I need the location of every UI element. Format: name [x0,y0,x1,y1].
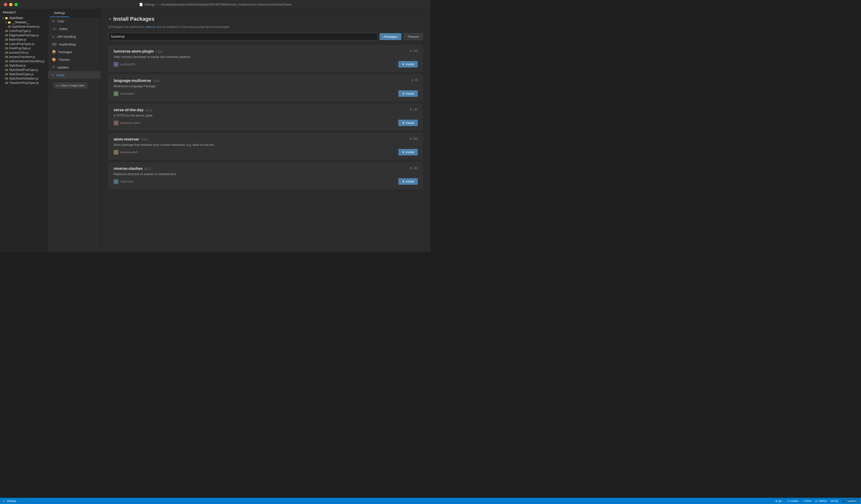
install-icon: + [52,73,54,77]
card-header: luniverse-atom-plugin 1.0.4 ⬆ 129 [114,49,418,54]
minimize-button[interactable] [9,3,13,6]
install-button-luniverse[interactable]: ⬇ Install [398,61,418,68]
install-button-atom-reverser[interactable]: ⬇ Install [398,149,418,155]
editor-icon: ◁▷ [52,27,57,31]
tree-item-stylesheet-flowtest[interactable]: JS StyleSheet-flowtest.js [0,25,48,29]
js-file-icon: JS [5,47,8,50]
nav-item-label: URI Handling [57,35,76,38]
open-config-folder-button[interactable]: ⎋ ⎋ Open Config Folder [54,83,87,88]
package-version: 1.0.3 [153,79,160,83]
tree-item-setnormalized[interactable]: JS setNormalizedColorAlpha.js [0,59,48,64]
star-icon: ⬆ [410,137,412,140]
settings-area: Settings ⚙ Core ◁▷ Editor ◎ URI Handling… [48,9,430,252]
main-layout: Project ▼ 📁 StyleSheet ▼ 📁 __flowtests__… [0,9,430,252]
js-file-icon: JS [8,25,11,28]
tree-item-processcolor[interactable]: JS processColor.js [0,51,48,55]
sidebar-item-uri-handling[interactable]: ◎ URI Handling [48,33,101,40]
packages-tab-button[interactable]: Packages [380,33,401,40]
author-row: M mark-hahn [114,179,134,184]
window-title: Settings — ~/Desktop/development/blockch… [145,3,291,6]
package-description: Multiverse Language Package [114,84,418,88]
tree-item-processtransform[interactable]: JS processTransform.js [0,55,48,59]
package-name: atom-reverser [114,137,139,141]
maximize-button[interactable] [14,3,18,6]
tree-item-flowtests[interactable]: ▼ 📁 __flowtests__ [0,20,48,25]
folder-icon: 📁 [5,17,8,20]
js-file-icon: JS [5,64,8,67]
tree-item-stylesheetproptype[interactable]: JS StyleSheetPropType.js [0,68,48,72]
star-icon: ⬆ [411,79,414,82]
sidebar-item-keybindings[interactable]: ⌨ Keybindings [48,40,101,48]
themes-tab-button[interactable]: Themes [404,33,423,40]
search-input[interactable] [109,33,378,40]
star-icon: ⬆ [410,166,412,170]
star-count: 181 [413,166,418,170]
nav-item-label: Editor [59,27,68,31]
package-version: 1.0.4 [156,50,162,53]
download-icon: ⬇ [402,121,405,125]
package-version: 0.1.0 [145,109,152,112]
download-icon: ⬇ [402,151,405,154]
tree-item-stylesheetvalidation[interactable]: JS StyleSheetValidation.js [0,77,48,81]
search-row: Packages Themes [109,33,423,40]
sidebar-item-install[interactable]: + Install [48,71,101,79]
info-icon: ℹ [109,25,110,29]
author-row: D drewctaylor [114,91,135,96]
sidebar-item-updates[interactable]: ↺ Updates [48,64,101,71]
author-name: mark-hahn [120,180,134,183]
author-row: S severinkaderli [114,150,138,155]
package-description: Help contract developer to easily use lu… [114,55,418,59]
tree-item-edgeinsets[interactable]: JS EdgeInsetsPropType.js [0,33,48,38]
install-button-language-multiverse[interactable]: ⬇ Install [398,90,418,97]
sidebar-item-themes[interactable]: 🎨 Themes [48,56,101,64]
file-icon: 📄 [139,3,143,6]
tree-item-label: StyleSheet-flowtest.js [12,25,39,28]
js-file-icon: JS [5,29,8,32]
info-text2: and are installed to /Users/jang-yunjeon… [156,25,230,29]
tree-item-stylesheet-js[interactable]: JS StyleSheet.js [0,64,48,68]
tree-item-transformproptypes[interactable]: JS TransformPropTypes.js [0,81,48,85]
card-header: language-multiverse 1.0.3 ⬆ 26 [114,79,418,83]
js-file-icon: JS [5,73,8,76]
tree-item-label: StyleSheetPropType.js [9,68,38,72]
atom-io-link[interactable]: atom.io [146,25,155,29]
star-count: 26 [415,79,418,82]
avatar: D [114,91,119,96]
card-footer: D drewctaylor ⬇ Install [114,90,418,97]
card-header: verse-of-the-day 0.1.0 ⬆ 142 [114,108,418,112]
tree-item-stylesheettypes[interactable]: JS StyleSheetTypes.js [0,72,48,77]
card-title-row: language-multiverse 1.0.3 [114,79,159,83]
sidebar-item-editor[interactable]: ◁▷ Editor [48,25,101,33]
settings-nav: Settings ⚙ Core ◁▷ Editor ◎ URI Handling… [48,9,101,252]
tree-item-colorproptype[interactable]: JS ColorPropType.js [0,29,48,33]
author-name: drewctaylor [120,92,135,95]
package-stars: ⬆ 181 [410,166,418,170]
tree-item-label: __flowtests__ [12,21,29,24]
author-row: λ Lambda256 [114,62,135,67]
tree-item-label: processColor.js [9,51,29,54]
sidebar-item-core[interactable]: ⚙ Core [48,17,101,25]
tree-item-pointproptype[interactable]: JS PointPropType.js [0,46,48,51]
install-button-reverse-slashes[interactable]: ⬇ Install [398,178,418,185]
open-config-label: ⎋ Open Config Folder [59,84,85,87]
card-footer: J joehannes-atom ⬇ Install [114,120,418,126]
package-stars: ⬆ 129 [410,49,418,53]
install-button-verse[interactable]: ⬇ Install [398,120,418,126]
close-button[interactable] [4,3,7,6]
tree-item-stylesheet-root[interactable]: ▼ 📁 StyleSheet [0,16,48,20]
star-icon: ⬆ [410,49,412,53]
tab-bar: Settings [48,9,101,17]
nav-item-label: Themes [58,58,70,62]
sidebar-header: Project [0,9,48,16]
themes-icon: 🎨 [52,58,56,62]
author-name: severinkaderli [120,151,138,154]
chevron-down-icon: ▼ [2,17,4,19]
avatar: λ [114,62,119,67]
sidebar-item-packages[interactable]: 📦 Packages [48,48,101,56]
gear-icon: ⚙ [52,19,55,23]
tree-item-layoutproptypes[interactable]: JS LayoutPropTypes.js [0,42,48,46]
tree-item-flattenstyle[interactable]: JS flattenStyle.js [0,38,48,42]
tree-item-label: EdgeInsetsPropType.js [9,33,38,37]
package-name: reverse-slashes [114,166,143,171]
tab-settings[interactable]: Settings [50,9,69,17]
